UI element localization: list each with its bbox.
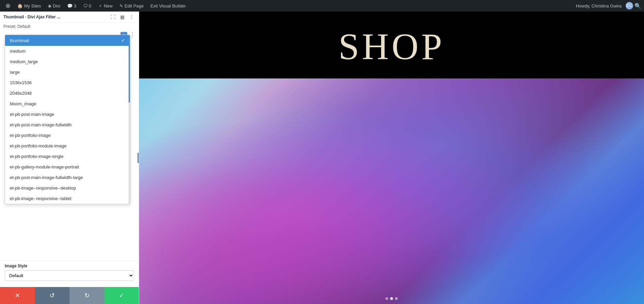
sidebar-panel: Thumbnail - Divi Ajax Filter ... ⛶ ▦ ⋮ P… bbox=[0, 12, 139, 304]
dropdown-item[interactable]: large bbox=[5, 67, 130, 77]
exit-visual-builder-item[interactable]: Exit Visual Builder bbox=[148, 0, 189, 12]
dropdown-item[interactable]: 1536x1536 bbox=[5, 77, 130, 88]
dropdown-item[interactable]: et-pb-image--responsive--tablet bbox=[5, 193, 130, 204]
dropdown-item[interactable]: et-pb-portfolio-image bbox=[5, 130, 130, 141]
dropdown-item[interactable]: medium bbox=[5, 46, 130, 56]
main-image-area bbox=[139, 78, 644, 304]
comments-icon: 💬 bbox=[67, 3, 73, 8]
dropdown-option-label: et-pb-image--responsive--desktop bbox=[10, 185, 76, 191]
dot-3 bbox=[395, 297, 398, 300]
admin-bar-right: Howdy, Christina Gwira CG 🔍 bbox=[573, 2, 641, 10]
scroll-indicator bbox=[129, 35, 130, 204]
comments-item[interactable]: 💬 3 bbox=[64, 0, 79, 12]
dropdown-item[interactable]: medium_large bbox=[5, 56, 130, 67]
cancel-icon: ✕ bbox=[15, 292, 20, 299]
sites-icon: 🏠 bbox=[17, 3, 23, 8]
check-icon: ✓ bbox=[121, 38, 125, 43]
image-style-section: Image Style DefaultCircleRounded bbox=[0, 261, 139, 284]
dot-2 bbox=[390, 297, 393, 300]
dropdown-item[interactable]: bloom_image bbox=[5, 99, 130, 109]
edit-page-item[interactable]: ✎ Edit Page bbox=[117, 0, 146, 12]
wp-logo-icon: ⊕ bbox=[5, 2, 11, 10]
edit-icon: ✎ bbox=[119, 3, 123, 8]
shop-title-area: SHOP bbox=[139, 12, 644, 78]
cancel-button[interactable]: ✕ bbox=[0, 287, 35, 304]
dropdown-item[interactable]: et-pb-portfolio-image-single bbox=[5, 151, 130, 162]
comments-count: 3 bbox=[74, 3, 76, 8]
dropdown-item[interactable]: et-pb-portfolio-module-image bbox=[5, 141, 130, 151]
shop-title: SHOP bbox=[338, 25, 444, 68]
dropdown-option-label: thumbnail bbox=[10, 38, 29, 43]
main-image-bg bbox=[139, 78, 644, 304]
image-style-select[interactable]: DefaultCircleRounded bbox=[5, 270, 134, 281]
smoke-overlay bbox=[139, 78, 644, 304]
dots-indicator bbox=[385, 297, 398, 300]
dropdown-option-label: et-pb-post-main-image-fullwidth-large bbox=[10, 175, 83, 180]
undo-button[interactable]: ↺ bbox=[35, 287, 70, 304]
grid-icon[interactable]: ▦ bbox=[119, 14, 126, 20]
divi-icon: ◈ bbox=[48, 3, 52, 8]
plus-icon: ＋ bbox=[98, 3, 102, 9]
dropdown-option-label: et-pb-post-main-image-fullwidth bbox=[10, 122, 72, 127]
divi-item[interactable]: ◈ Divi bbox=[45, 0, 63, 12]
wp-logo-item[interactable]: ⊕ bbox=[3, 0, 13, 12]
divi-label: Divi bbox=[53, 3, 60, 8]
dropdown-option-label: large bbox=[10, 70, 20, 75]
dropdown-option-label: et-pb-image--responsive--tablet bbox=[10, 196, 71, 201]
dropdown-option-label: bloom_image bbox=[10, 101, 36, 106]
more-icon[interactable]: ⋮ bbox=[128, 14, 135, 20]
dropdown-option-label: medium bbox=[10, 49, 25, 54]
redo-button[interactable]: ↻ bbox=[70, 287, 105, 304]
edit-page-label: Edit Page bbox=[125, 3, 144, 8]
dropdown-item[interactable]: et-pb-post-main-image-fullwidth bbox=[5, 120, 130, 130]
dropdown-item[interactable]: et-pb-gallery-module-image-portrait bbox=[5, 162, 130, 172]
dropdown-item[interactable]: et-pb-post-main-image-fullwidth-large bbox=[5, 172, 130, 183]
dropdown-option-label: et-pb-gallery-module-image-portrait bbox=[10, 164, 79, 169]
comment-bubble-icon: 🗨 bbox=[83, 3, 88, 8]
redo-icon: ↻ bbox=[84, 292, 90, 299]
dropdown-option-label: 2048x2048 bbox=[10, 91, 32, 96]
main-layout: Thumbnail - Divi Ajax Filter ... ⛶ ▦ ⋮ P… bbox=[0, 12, 644, 304]
dropdown-option-label: et-pb-portfolio-image-single bbox=[10, 154, 63, 159]
resize-icon[interactable]: ⛶ bbox=[109, 14, 117, 20]
image-style-label: Image Style bbox=[5, 264, 134, 268]
my-sites-label: My Sites bbox=[24, 3, 41, 8]
avatar: CG bbox=[626, 2, 633, 10]
my-sites-item[interactable]: 🏠 My Sites bbox=[15, 0, 44, 12]
dropdown-option-label: 1536x1536 bbox=[10, 80, 32, 85]
sidebar-title: Thumbnail - Divi Ajax Filter ... bbox=[3, 15, 60, 19]
resize-handle[interactable]: ↔ bbox=[137, 153, 139, 163]
dot-1 bbox=[385, 297, 388, 300]
dropdown-option-label: medium_large bbox=[10, 59, 38, 64]
dropdown-option-label: et-pb-portfolio-image bbox=[10, 133, 51, 138]
main-content: SHOP bbox=[139, 12, 644, 304]
dropdown-item[interactable]: 2048x2048 bbox=[5, 88, 130, 99]
scroll-thumb bbox=[129, 35, 130, 103]
comment-bubble-count: 0 bbox=[89, 3, 91, 8]
dropdown-scroll-area[interactable]: thumbnail✓mediummedium_largelarge1536x15… bbox=[5, 35, 130, 204]
image-size-dropdown[interactable]: thumbnail✓mediummedium_largelarge1536x15… bbox=[5, 35, 130, 204]
search-icon[interactable]: 🔍 bbox=[634, 3, 641, 9]
sidebar-icons: ⛶ ▦ ⋮ bbox=[109, 14, 135, 20]
exit-vb-label: Exit Visual Builder bbox=[150, 3, 186, 8]
undo-icon: ↺ bbox=[50, 292, 55, 299]
comment-bubble-item[interactable]: 🗨 0 bbox=[80, 0, 94, 12]
new-item[interactable]: ＋ New bbox=[95, 0, 115, 12]
dropdown-item[interactable]: et-pb-post-main-image bbox=[5, 109, 130, 120]
admin-bar: ⊕ 🏠 My Sites ◈ Divi 💬 3 🗨 0 ＋ New ✎ Edit… bbox=[0, 0, 644, 12]
action-bar: ✕ ↺ ↻ ✓ bbox=[0, 287, 139, 304]
dropdown-option-label: et-pb-post-main-image bbox=[10, 112, 54, 117]
new-label: New bbox=[104, 3, 113, 8]
confirm-icon: ✓ bbox=[119, 292, 124, 299]
dropdown-item[interactable]: et-pb-image--responsive--desktop bbox=[5, 183, 130, 193]
preset-text: Preset: Default bbox=[3, 24, 30, 29]
dropdown-item[interactable]: thumbnail✓ bbox=[5, 35, 130, 46]
dropdown-option-label: et-pb-portfolio-module-image bbox=[10, 143, 67, 148]
howdy-label: Howdy, Christina Gwira bbox=[573, 3, 624, 8]
preset-label: Preset: Default bbox=[0, 23, 139, 30]
confirm-button[interactable]: ✓ bbox=[105, 287, 139, 304]
sidebar-top-bar: Thumbnail - Divi Ajax Filter ... ⛶ ▦ ⋮ bbox=[0, 12, 139, 23]
